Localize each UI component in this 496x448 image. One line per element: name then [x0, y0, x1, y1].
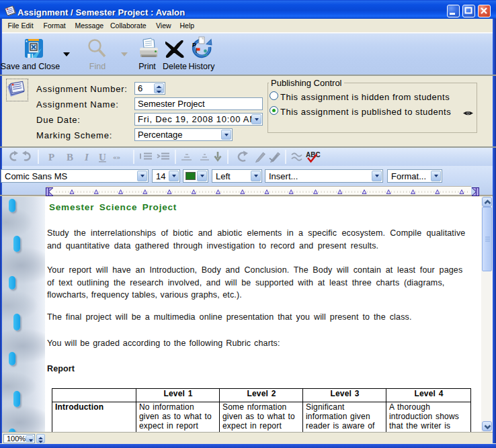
svg-text:B: B — [67, 152, 73, 163]
svg-text:P: P — [48, 152, 54, 163]
svg-text:I: I — [84, 152, 89, 163]
svg-text:ABC: ABC — [306, 151, 321, 159]
svg-text:U: U — [99, 152, 106, 163]
svg-text:P: P — [192, 42, 196, 48]
svg-text:«»: «» — [113, 152, 120, 161]
